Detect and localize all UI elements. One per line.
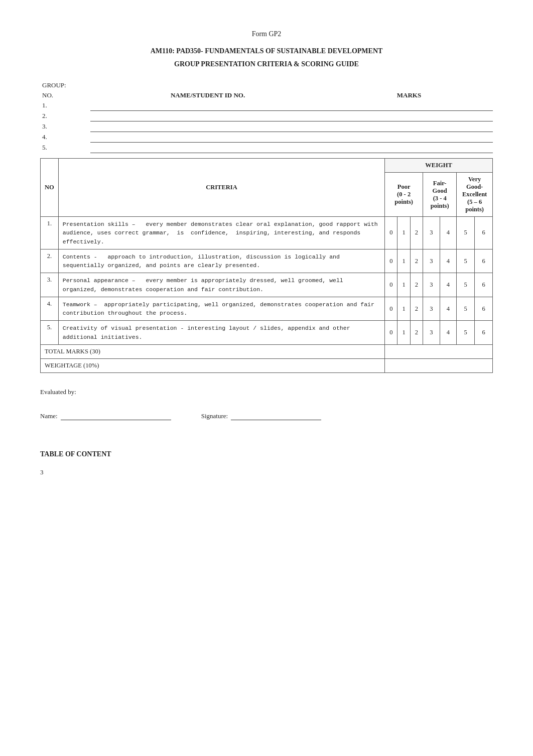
row3-no: 3. xyxy=(41,273,59,297)
page-number: 3 xyxy=(40,468,493,476)
name-label: Name: xyxy=(40,412,58,420)
criteria-row-4: 4. Teamwork – appropriately participatin… xyxy=(41,297,493,321)
name-field: Name: xyxy=(40,411,171,420)
row2-p2: 2 xyxy=(410,249,423,273)
row1-p0: 0 xyxy=(385,217,397,249)
row5-f3: 3 xyxy=(423,321,440,345)
total-marks-row: TOTAL MARKS (30) xyxy=(41,344,493,358)
row1-vg6: 6 xyxy=(475,217,493,249)
row1-p1: 1 xyxy=(397,217,410,249)
row-3-name[interactable] xyxy=(90,121,325,132)
row-3-marks[interactable] xyxy=(325,121,493,132)
section-title: GROUP PRESENTATION CRITERIA & SCORING GU… xyxy=(40,60,493,68)
no-label: NO. xyxy=(40,90,90,100)
row4-p2: 2 xyxy=(410,297,423,321)
row5-no: 5. xyxy=(41,321,59,345)
row3-p1: 1 xyxy=(397,273,410,297)
name-sig-row: Name: Signature: xyxy=(40,411,493,420)
criteria-row-1: 1. Presentation skills – every member de… xyxy=(41,217,493,249)
row-3-no: 3. xyxy=(40,121,90,132)
no-header: NO xyxy=(41,159,59,217)
criteria-header: CRITERIA xyxy=(58,159,384,217)
row-5-marks[interactable] xyxy=(325,143,493,153)
sig-field: Signature: xyxy=(201,411,321,420)
row-5-no: 5. xyxy=(40,143,90,153)
evaluated-by: Evaluated by: xyxy=(40,388,493,396)
row1-p2: 2 xyxy=(410,217,423,249)
row5-f4: 4 xyxy=(440,321,457,345)
group-info-table: GROUP: NO. NAME/STUDENT ID NO. MARKS 1. … xyxy=(40,80,493,153)
row-1-no: 1. xyxy=(40,100,90,111)
criteria-row-3: 3. Personal appearance – every member is… xyxy=(41,273,493,297)
row5-vg6: 6 xyxy=(475,321,493,345)
row5-vg5: 5 xyxy=(457,321,475,345)
signature-input-line[interactable] xyxy=(231,411,321,420)
row1-f3: 3 xyxy=(423,217,440,249)
row-5-name[interactable] xyxy=(90,143,325,153)
row2-no: 2. xyxy=(41,249,59,273)
row2-criteria: Contents - approach to introduction, ill… xyxy=(58,249,384,273)
row-4-no: 4. xyxy=(40,132,90,143)
row-2-name[interactable] xyxy=(90,111,325,121)
table-of-content-heading: TABLE OF CONTENT xyxy=(40,450,493,458)
row4-p0: 0 xyxy=(385,297,397,321)
fair-header: Fair-Good (3 - 4 points) xyxy=(423,173,457,217)
row5-criteria: Creativity of visual presentation - inte… xyxy=(58,321,384,345)
weightage-row: WEIGHTAGE (10%) xyxy=(41,358,493,372)
scoring-table: NO CRITERIA WEIGHT Poor (0 - 2 points) F… xyxy=(40,158,493,373)
row2-f3: 3 xyxy=(423,249,440,273)
weightage-value[interactable] xyxy=(385,358,493,372)
row3-p0: 0 xyxy=(385,273,397,297)
very-good-header: Very Good- Excellent (5 – 6 points) xyxy=(457,173,493,217)
group-label: GROUP: xyxy=(40,80,90,90)
row1-no: 1. xyxy=(41,217,59,249)
row4-no: 4. xyxy=(41,297,59,321)
row3-vg5: 5 xyxy=(457,273,475,297)
row-2-marks[interactable] xyxy=(325,111,493,121)
row4-vg5: 5 xyxy=(457,297,475,321)
criteria-row-2: 2. Contents - approach to introduction, … xyxy=(41,249,493,273)
total-marks-label: TOTAL MARKS (30) xyxy=(41,344,385,358)
weight-header: WEIGHT xyxy=(385,159,493,173)
row-2-no: 2. xyxy=(40,111,90,121)
row4-f3: 3 xyxy=(423,297,440,321)
row2-vg5: 5 xyxy=(457,249,475,273)
name-input-line[interactable] xyxy=(61,411,171,420)
poor-header: Poor (0 - 2 points) xyxy=(385,173,423,217)
row2-p1: 1 xyxy=(397,249,410,273)
row-4-name[interactable] xyxy=(90,132,325,143)
row2-f4: 4 xyxy=(440,249,457,273)
form-title: Form GP2 xyxy=(40,30,493,38)
course-title: AM110: PAD350- FUNDAMENTALS OF SUSTAINAB… xyxy=(40,47,493,55)
row5-p2: 2 xyxy=(410,321,423,345)
row3-p2: 2 xyxy=(410,273,423,297)
row3-vg6: 6 xyxy=(475,273,493,297)
row2-p0: 0 xyxy=(385,249,397,273)
row4-vg6: 6 xyxy=(475,297,493,321)
row-1-marks[interactable] xyxy=(325,100,493,111)
total-marks-value[interactable] xyxy=(385,344,493,358)
row3-f4: 4 xyxy=(440,273,457,297)
row-1-name[interactable] xyxy=(90,100,325,111)
row2-vg6: 6 xyxy=(475,249,493,273)
criteria-row-5: 5. Creativity of visual presentation - i… xyxy=(41,321,493,345)
row5-p0: 0 xyxy=(385,321,397,345)
bottom-section: Evaluated by: Name: Signature: xyxy=(40,388,493,420)
weightage-label: WEIGHTAGE (10%) xyxy=(41,358,385,372)
row4-f4: 4 xyxy=(440,297,457,321)
row3-criteria: Personal appearance – every member is ap… xyxy=(58,273,384,297)
row5-p1: 1 xyxy=(397,321,410,345)
row3-f3: 3 xyxy=(423,273,440,297)
row1-criteria: Presentation skills – every member demon… xyxy=(58,217,384,249)
marks-column-label: MARKS xyxy=(325,90,493,100)
row4-criteria: Teamwork – appropriately participating, … xyxy=(58,297,384,321)
row4-p1: 1 xyxy=(397,297,410,321)
row-4-marks[interactable] xyxy=(325,132,493,143)
row1-vg5: 5 xyxy=(457,217,475,249)
row1-f4: 4 xyxy=(440,217,457,249)
signature-label: Signature: xyxy=(201,412,228,420)
name-label: NAME/STUDENT ID NO. xyxy=(90,90,325,100)
